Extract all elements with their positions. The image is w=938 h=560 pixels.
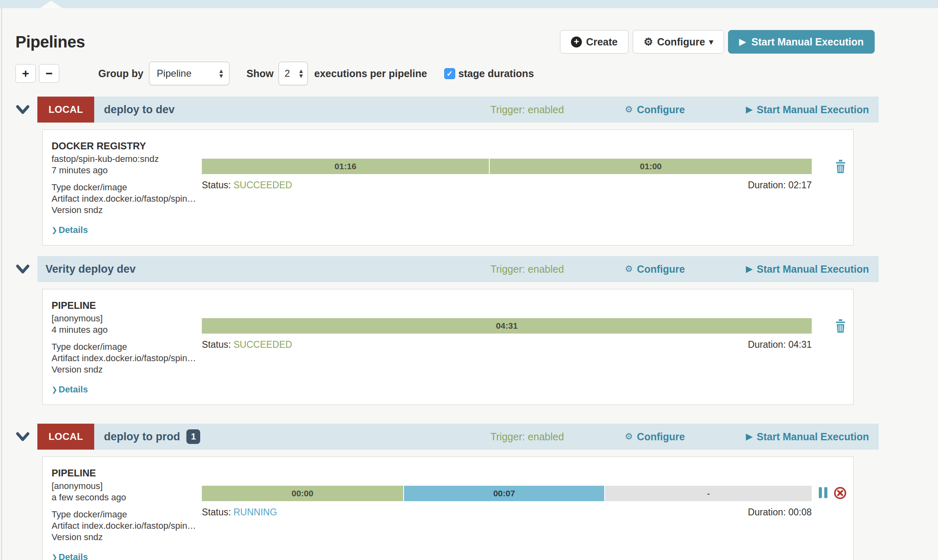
collapse-all-button[interactable]: −	[39, 64, 59, 83]
details-link[interactable]: ❯ Details	[52, 384, 88, 395]
play-icon: ▶	[746, 264, 753, 274]
cancel-execution-button[interactable]	[834, 487, 847, 500]
active-tab-notch	[40, 1, 63, 8]
start-manual-execution-button[interactable]: ▶ Start Manual Execution	[728, 30, 875, 54]
stage-duration-segment[interactable]: 01:00	[489, 159, 812, 174]
stage-duration-bar: 04:31	[202, 318, 812, 334]
artifact-type-row: Type docker/image	[52, 182, 202, 193]
plus-circle-icon: +	[571, 37, 582, 47]
pipeline-name: deploy to prod	[104, 431, 180, 443]
group-by-label: Group by	[98, 68, 143, 80]
execution-duration: Duration: 00:08	[748, 507, 812, 518]
configure-pipeline-link[interactable]: ⚙ Configure	[625, 263, 685, 275]
start-manual-link-label: Start Manual Execution	[757, 263, 869, 275]
executions-per-pipeline-label: executions per pipeline	[314, 68, 427, 80]
stage-duration-segment[interactable]: 00:00	[202, 486, 403, 501]
pipeline-group-deploy-to-prod: LOCAL deploy to prod 1 Trigger: enabled …	[15, 424, 879, 560]
execution-details: DOCKER REGISTRY fastop/spin-kub-demo:snd…	[52, 130, 202, 235]
expand-all-button[interactable]: +	[15, 64, 36, 83]
stage-duration-segment[interactable]: 00:07	[403, 486, 605, 501]
chevron-right-icon: ❯	[52, 553, 57, 560]
group-by-select[interactable]: Pipeline ▲▼	[149, 62, 229, 85]
details-link-label: Details	[58, 225, 88, 235]
execution-card: PIPELINE [anonymous] 4 minutes ago Type …	[42, 289, 854, 405]
pipeline-group-deploy-to-dev: LOCAL deploy to dev Trigger: enabled ⚙ C…	[15, 97, 879, 246]
header-actions: + Create ⚙ Configure ▾ ▶ Start Manual Ex…	[560, 30, 875, 54]
stage-duration-segment[interactable]: -	[604, 486, 812, 501]
group-by-selected-value: Pipeline	[157, 68, 191, 79]
gear-icon: ⚙	[644, 36, 653, 48]
play-icon: ▶	[739, 37, 746, 47]
start-manual-execution-label: Start Manual Execution	[752, 36, 864, 48]
stage-duration-segment[interactable]: 04:31	[202, 318, 812, 334]
pipeline-name: deploy to dev	[104, 103, 175, 116]
pipelines-pane: Pipelines + Create ⚙ Configure ▾ ▶ Start…	[15, 30, 879, 560]
pipeline-name: Verity deploy dev	[45, 263, 136, 276]
execution-subtitle: fastop/spin-kub-demo:sndz	[52, 153, 202, 165]
start-manual-execution-link[interactable]: ▶ Start Manual Execution	[746, 263, 869, 275]
account-badge[interactable]: LOCAL	[37, 424, 94, 450]
collapse-group-chevron-icon[interactable]	[15, 256, 37, 282]
execution-duration: Duration: 02:17	[748, 180, 812, 191]
delete-execution-button[interactable]	[834, 319, 847, 333]
pause-execution-button[interactable]	[818, 487, 828, 499]
execution-time-ago: 7 minutes ago	[52, 165, 202, 176]
chevron-right-icon: ❯	[52, 226, 57, 235]
execution-details: PIPELINE [anonymous] 4 minutes ago Type …	[52, 289, 202, 395]
start-manual-link-label: Start Manual Execution	[757, 104, 869, 116]
configure-pipeline-link[interactable]: ⚙ Configure	[625, 431, 685, 443]
execution-time-ago: a few seconds ago	[52, 492, 202, 503]
version-row: Version sndz	[52, 205, 202, 216]
configure-button-label: Configure	[657, 36, 705, 48]
pipeline-group-header: LOCAL deploy to dev Trigger: enabled ⚙ C…	[37, 97, 879, 123]
collapse-group-chevron-icon[interactable]	[15, 424, 37, 450]
play-icon: ▶	[746, 431, 753, 442]
running-count-badge: 1	[186, 429, 200, 444]
stage-durations-checkbox[interactable]: ✓	[444, 68, 455, 79]
execution-trigger-type: PIPELINE	[52, 300, 202, 311]
play-icon: ▶	[746, 104, 753, 115]
version-row: Version sndz	[52, 364, 202, 375]
stage-duration-segment[interactable]: 01:16	[202, 159, 489, 174]
start-manual-execution-link[interactable]: ▶ Start Manual Execution	[746, 431, 869, 443]
stage-duration-bar: 01:1601:00	[202, 159, 812, 174]
artifact-row: Artifact index.docker.io/fastop/spin…	[52, 520, 202, 532]
gear-icon: ⚙	[625, 264, 633, 274]
create-button[interactable]: + Create	[560, 30, 629, 54]
artifact-type-row: Type docker/image	[52, 509, 202, 520]
configure-dropdown-button[interactable]: ⚙ Configure ▾	[633, 30, 724, 54]
execution-duration: Duration: 04:31	[748, 339, 812, 350]
details-link-label: Details	[58, 384, 88, 395]
details-link[interactable]: ❯ Details	[52, 225, 88, 235]
execution-card: PIPELINE [anonymous] a few seconds ago T…	[42, 457, 854, 560]
execution-status: Status: SUCCEEDED	[202, 180, 292, 191]
executions-count-value: 2	[285, 68, 290, 79]
execution-card: DOCKER REGISTRY fastop/spin-kub-demo:snd…	[42, 129, 854, 246]
details-link[interactable]: ❯ Details	[52, 552, 88, 560]
gear-icon: ⚙	[625, 431, 633, 442]
start-manual-link-label: Start Manual Execution	[757, 431, 869, 443]
delete-execution-button[interactable]	[834, 159, 847, 173]
artifact-row: Artifact index.docker.io/fastop/spin…	[52, 353, 202, 364]
stage-durations-label: stage durations	[458, 68, 534, 80]
account-badge[interactable]: LOCAL	[37, 97, 94, 123]
browser-tab-strip	[0, 0, 938, 8]
start-manual-execution-link[interactable]: ▶ Start Manual Execution	[746, 104, 869, 116]
select-stepper-icon: ▲▼	[218, 69, 224, 78]
trigger-status: Trigger: enabled	[491, 431, 564, 443]
status-value: RUNNING	[233, 507, 277, 517]
caret-down-icon: ▾	[709, 37, 713, 47]
version-row: Version sndz	[52, 532, 202, 543]
pipeline-group-header: LOCAL deploy to prod 1 Trigger: enabled …	[37, 424, 879, 450]
execution-details: PIPELINE [anonymous] a few seconds ago T…	[52, 457, 202, 560]
configure-link-label: Configure	[637, 431, 685, 443]
configure-link-label: Configure	[637, 263, 685, 275]
configure-pipeline-link[interactable]: ⚙ Configure	[625, 104, 685, 116]
execution-status: Status: RUNNING	[202, 507, 277, 518]
collapse-group-chevron-icon[interactable]	[15, 97, 37, 123]
executions-count-select[interactable]: 2 ▲▼	[279, 62, 308, 85]
execution-status: Status: SUCCEEDED	[202, 339, 292, 350]
details-link-label: Details	[58, 552, 88, 560]
gear-icon: ⚙	[625, 104, 633, 115]
execution-trigger-type: DOCKER REGISTRY	[52, 140, 202, 152]
